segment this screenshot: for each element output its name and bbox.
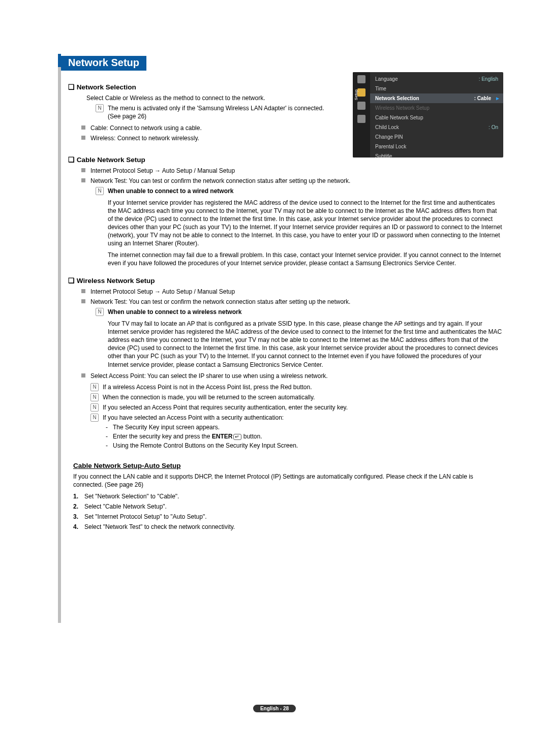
section-heading-wireless-setup: Wireless Network Setup: [68, 276, 503, 285]
tv-menu-row-label: Change PIN: [375, 133, 403, 141]
tv-menu-row-label: Language: [375, 75, 398, 83]
tv-menu-row: Network Selection: Cable: [370, 93, 503, 103]
page-title: Network Setup: [61, 56, 146, 71]
vertical-rule: [58, 54, 61, 623]
tv-menu-row: Change PIN: [370, 132, 503, 142]
step-text: Select "Cable Network Setup".: [84, 503, 167, 510]
network-selection-wireless: Wireless: Connect to network wirelessly.: [81, 134, 320, 142]
tv-menu-row-label: Wireless Network Setup: [375, 104, 430, 112]
vertical-rule-accent: [58, 54, 61, 67]
wireless-setup-note: When unable to connect to a wireless net…: [96, 308, 503, 368]
auto-setup-step: 4.Select "Network Test" to check the net…: [73, 523, 503, 531]
cable-setup-note-heading: When unable to connect to a wired networ…: [108, 187, 233, 195]
step-number: 2.: [73, 502, 78, 511]
network-selection-intro: Select Cable or Wireless as the method t…: [86, 94, 325, 102]
wireless-ap-note-4-d3: Using the Remote Control Buttons on the …: [106, 442, 503, 450]
tv-menu-row-label: Parental Lock: [375, 143, 406, 150]
cable-setup-note-para1: If your Internet service provider has re…: [108, 199, 503, 248]
wireless-select-ap: Select Access Point: You can select the …: [81, 372, 503, 450]
wireless-ap-note-2: When the connection is made, you will be…: [90, 393, 503, 401]
auto-setup-steps: 1.Set "Network Selection" to "Cable".2.S…: [73, 492, 503, 531]
tv-menu-row: Cable Network Setup: [370, 113, 503, 122]
tv-menu-row: Wireless Network Setup: [370, 103, 503, 113]
cable-setup-note: When unable to connect to a wired networ…: [96, 187, 503, 267]
wireless-ap-note-4-lead: If you have selected an Access Point wit…: [103, 414, 284, 421]
tv-menu-row: Language: English: [370, 74, 503, 84]
wireless-ap-note-4: If you have selected an Access Point wit…: [90, 414, 503, 450]
tv-menu-row: Parental Lock: [370, 142, 503, 151]
tv-menu-row-value: : English: [479, 75, 498, 83]
wireless-ap-note-4-d1: The Security Key input screen appears.: [106, 423, 503, 431]
input-icon: [357, 102, 365, 110]
wireless-setup-item-test: Network Test: You can test or confirm th…: [81, 298, 503, 306]
network-selection-cable: Cable: Connect to network using a cable.: [81, 124, 320, 132]
tv-menu-row-value: : On: [489, 123, 498, 131]
tv-menu-row-label: Network Selection: [375, 94, 419, 102]
tv-menu-row-value: : Cable: [474, 94, 491, 102]
cable-setup-item-ip: Internet Protocol Setup → Auto Setup / M…: [81, 167, 503, 175]
step-number: 3.: [73, 513, 78, 521]
network-selection-note: The menu is activated only if the 'Samsu…: [96, 104, 334, 120]
enter-icon: [233, 434, 241, 440]
wireless-ap-note-1: If a wireless Access Point is not in the…: [90, 383, 503, 391]
subheading-auto-setup: Cable Network Setup-Auto Setup: [73, 462, 503, 469]
application-icon: [357, 115, 365, 123]
step-text: Select "Network Test" to check the netwo…: [84, 523, 235, 530]
wireless-ap-note-3: If you selected an Access Point that req…: [90, 403, 503, 412]
auto-setup-step: 3.Set "Internet Protocol Setup" to "Auto…: [73, 513, 503, 521]
wireless-setup-note-para: Your TV may fail to locate an AP that is…: [108, 320, 503, 369]
auto-setup-step: 1.Set "Network Selection" to "Cable".: [73, 492, 503, 500]
tv-menu-row-label: Child Lock: [375, 123, 399, 131]
tv-menu-row-label: Cable Network Setup: [375, 114, 423, 121]
step-text: Set "Network Selection" to "Cable".: [84, 493, 179, 500]
cable-setup-item-test: Network Test: You can test or confirm th…: [81, 177, 503, 185]
wireless-select-ap-text: Select Access Point: You can select the …: [90, 372, 328, 380]
tv-menu-row: Subtitle: [370, 151, 503, 158]
tv-menu-list: Language: EnglishTimeNetwork Selection: …: [370, 72, 503, 158]
tv-menu-sidebar: Setup: [353, 72, 370, 158]
wireless-setup-note-heading: When unable to connect to a wireless net…: [108, 308, 241, 316]
picture-icon: [357, 75, 365, 83]
setup-icon: [357, 88, 365, 97]
wireless-setup-item-ip: Internet Protocol Setup → Auto Setup / M…: [81, 288, 503, 296]
tv-menu-row-label: Subtitle: [375, 152, 392, 158]
tv-menu-row-label: Time: [375, 85, 386, 92]
step-number: 1.: [73, 492, 78, 500]
tv-menu-side-label: Setup: [354, 89, 358, 100]
wireless-ap-note-4-d2: Enter the security key and press the ENT…: [106, 432, 503, 440]
page-footer: English - 28: [253, 705, 296, 712]
tv-menu-figure: Setup Language: EnglishTimeNetwork Selec…: [353, 72, 503, 158]
step-text: Set "Internet Protocol Setup" to "Auto S…: [84, 513, 207, 520]
tv-menu-row: Child Lock: On: [370, 122, 503, 132]
auto-setup-step: 2.Select "Cable Network Setup".: [73, 502, 503, 511]
tv-menu-row: Time: [370, 84, 503, 93]
step-number: 4.: [73, 523, 78, 531]
auto-setup-intro: If you connect the LAN cable and it supp…: [73, 472, 503, 489]
cable-setup-note-para2: The internet connection may fail due to …: [108, 251, 503, 267]
